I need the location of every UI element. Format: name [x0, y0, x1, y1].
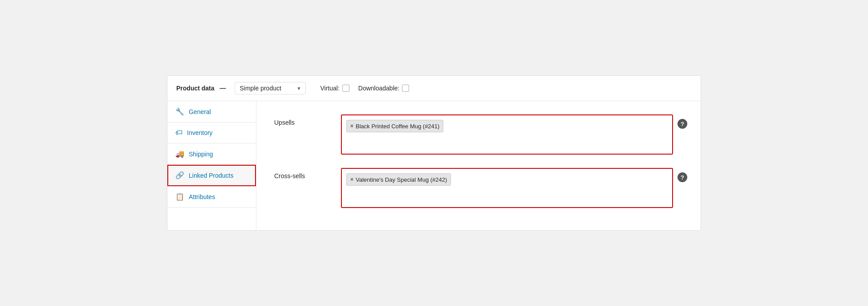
sidebar-item-label: Linked Products [189, 172, 233, 179]
sidebar-item-label: Shipping [189, 151, 213, 158]
upsells-help-icon[interactable]: ? [677, 119, 687, 129]
table-icon: 📋 [175, 192, 184, 201]
product-data-panel: Product data — Simple product ▼ Virtual:… [167, 75, 701, 231]
upsells-label: Upsells [274, 114, 328, 126]
sidebar-item-general[interactable]: 🔧 General [167, 101, 256, 122]
panel-title: Product data — [176, 85, 229, 92]
downloadable-checkbox-label[interactable]: Downloadable: [358, 85, 410, 92]
upsells-row: Upsells × Black Printed Coffee Mug (#241… [274, 114, 687, 155]
cross-sells-help-icon[interactable]: ? [677, 172, 687, 182]
tag-icon: 🏷 [175, 129, 183, 137]
sidebar: 🔧 General 🏷 Inventory 🚚 Shipping 🔗 Linke… [167, 101, 256, 230]
sidebar-item-label: General [189, 108, 211, 115]
wrench-icon: 🔧 [175, 107, 184, 116]
link-icon: 🔗 [175, 171, 184, 180]
downloadable-label: Downloadable: [358, 85, 400, 92]
upsells-input-area[interactable]: × Black Printed Coffee Mug (#241) [341, 114, 673, 155]
product-type-select[interactable]: Simple product ▼ [235, 82, 306, 94]
cross-sells-row: Cross-sells × Valentine's Day Special Mu… [274, 168, 687, 208]
product-type-value: Simple product [239, 85, 281, 92]
sidebar-item-inventory[interactable]: 🏷 Inventory [167, 122, 256, 143]
sidebar-item-shipping[interactable]: 🚚 Shipping [167, 143, 256, 165]
sidebar-item-linked-products[interactable]: 🔗 Linked Products [167, 165, 256, 186]
upsell-tag-241-remove[interactable]: × [350, 123, 353, 129]
sidebar-item-attributes[interactable]: 📋 Attributes [167, 186, 256, 208]
sidebar-item-label: Inventory [187, 129, 213, 136]
virtual-checkbox[interactable] [342, 85, 349, 92]
downloadable-checkbox[interactable] [402, 85, 409, 92]
cross-sells-input-area[interactable]: × Valentine's Day Special Mug (#242) [341, 168, 673, 208]
header-options: Virtual: Downloadable: [320, 85, 409, 92]
main-content: Upsells × Black Printed Coffee Mug (#241… [256, 101, 701, 230]
cross-sell-tag-242: × Valentine's Day Special Mug (#242) [346, 173, 451, 186]
cross-sell-tag-242-remove[interactable]: × [350, 176, 353, 183]
cross-sell-tag-242-text: Valentine's Day Special Mug (#242) [356, 176, 447, 183]
truck-icon: 🚚 [175, 150, 184, 158]
cross-sells-field-with-help: × Valentine's Day Special Mug (#242) ? [341, 168, 687, 208]
upsells-field-with-help: × Black Printed Coffee Mug (#241) ? [341, 114, 687, 155]
cross-sells-label: Cross-sells [274, 168, 328, 180]
sidebar-item-label: Attributes [189, 193, 215, 200]
panel-header: Product data — Simple product ▼ Virtual:… [167, 76, 701, 101]
panel-body: 🔧 General 🏷 Inventory 🚚 Shipping 🔗 Linke… [167, 101, 701, 230]
chevron-down-icon: ▼ [297, 86, 301, 91]
virtual-label: Virtual: [320, 85, 339, 92]
upsell-tag-241-text: Black Printed Coffee Mug (#241) [356, 123, 439, 130]
virtual-checkbox-label[interactable]: Virtual: [320, 85, 349, 92]
upsell-tag-241: × Black Printed Coffee Mug (#241) [346, 120, 443, 132]
